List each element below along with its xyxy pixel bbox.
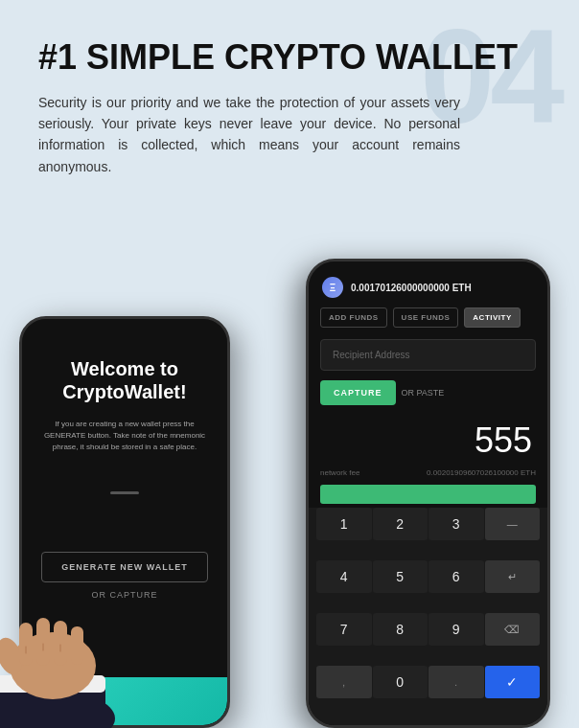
capture-button[interactable]: CAPTURE bbox=[320, 380, 396, 405]
svg-rect-6 bbox=[36, 618, 50, 666]
key-1[interactable]: 1 bbox=[316, 508, 372, 540]
svg-rect-5 bbox=[19, 623, 33, 666]
eth-balance: 0.00170126000000000 ETH bbox=[351, 283, 472, 293]
key-0[interactable]: 0 bbox=[373, 666, 428, 698]
key-5[interactable]: 5 bbox=[373, 560, 428, 593]
key-4[interactable]: 4 bbox=[316, 560, 372, 593]
key-3[interactable]: 3 bbox=[428, 508, 484, 540]
recipient-input-label: Recipient Address bbox=[333, 350, 523, 360]
key-6[interactable]: 6 bbox=[428, 560, 484, 593]
network-fee-value: 0.00201909607026100000 ETH bbox=[427, 468, 536, 477]
key-backspace[interactable]: ⌫ bbox=[485, 613, 541, 646]
page-title: #1 Simple Crypto Wallet bbox=[38, 38, 541, 77]
tab-activity[interactable]: ACTIVITY bbox=[464, 307, 520, 328]
phones-container: Welcome to CryptoWallet! If you are crea… bbox=[0, 249, 579, 728]
key-dot[interactable]: . bbox=[428, 666, 484, 698]
key-minus[interactable]: — bbox=[485, 508, 541, 540]
key-comma[interactable]: , bbox=[316, 666, 372, 698]
key-7[interactable]: 7 bbox=[316, 613, 372, 646]
svg-rect-7 bbox=[54, 621, 67, 666]
hand-illustration bbox=[0, 556, 153, 728]
tab-use-funds[interactable]: USE FUNDS bbox=[393, 307, 459, 328]
key-enter[interactable]: ↵ bbox=[485, 560, 541, 593]
key-9[interactable]: 9 bbox=[428, 613, 484, 646]
tab-add-funds[interactable]: ADD FUNDS bbox=[320, 307, 387, 328]
capture-row: CAPTURE OR PASTE bbox=[320, 380, 536, 405]
eth-icon: Ξ bbox=[322, 277, 343, 298]
keypad: 1 2 3 — 4 5 6 ↵ 7 8 9 ⌫ , 0 . ✓ bbox=[309, 508, 547, 725]
page-description: Security is our priority and we take the… bbox=[38, 92, 460, 178]
phone-right: Ξ 0.00170126000000000 ETH ADD FUNDS USE … bbox=[306, 259, 550, 728]
recipient-input-area[interactable]: Recipient Address bbox=[320, 339, 536, 371]
svg-rect-8 bbox=[71, 626, 83, 665]
key-2[interactable]: 2 bbox=[373, 508, 428, 540]
key-8[interactable]: 8 bbox=[373, 613, 428, 646]
key-confirm[interactable]: ✓ bbox=[485, 666, 541, 698]
divider-line bbox=[110, 491, 139, 494]
amount-display: 555 bbox=[309, 413, 547, 468]
network-fee-row: network fee 0.00201909607026100000 ETH bbox=[309, 468, 547, 485]
welcome-subtitle: If you are creating a new wallet press t… bbox=[41, 419, 208, 453]
send-button-bar[interactable] bbox=[320, 485, 536, 504]
phone-right-tabs: ADD FUNDS USE FUNDS ACTIVITY bbox=[309, 307, 547, 328]
phone-right-topbar: Ξ 0.00170126000000000 ETH bbox=[309, 262, 547, 307]
paste-text[interactable]: OR PASTE bbox=[402, 388, 445, 398]
welcome-title: Welcome to CryptoWallet! bbox=[41, 357, 208, 403]
network-fee-label: network fee bbox=[320, 468, 359, 477]
